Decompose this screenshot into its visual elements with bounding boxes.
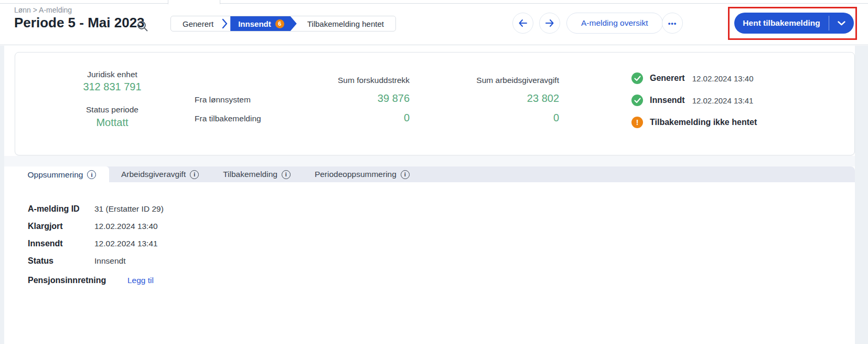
column-header-arbeidsgiveravgift: Sum arbeidsgiveravgift: [443, 76, 559, 85]
info-icon[interactable]: [282, 170, 291, 179]
event-generert-time: 12.02.2024 13:40: [692, 74, 754, 83]
step-tilbakemelding-hentet[interactable]: Tilbakemelding hentet: [297, 16, 395, 31]
detail-row-status: Status Innsendt: [28, 256, 855, 266]
check-icon: [631, 95, 643, 106]
next-period-button[interactable]: [539, 13, 560, 34]
tab-tilbakemelding[interactable]: Tilbakemelding: [211, 166, 303, 182]
detail-label: A-melding ID: [28, 204, 94, 214]
period-status-label: Status periode: [44, 105, 180, 114]
period-summary-card: Juridisk enhet 312 831 791 Status period…: [15, 52, 855, 155]
period-status-value: Mottatt: [44, 117, 180, 129]
legal-entity-label: Juridisk enhet: [44, 70, 180, 79]
detail-row-pensjonsinnretning: Pensjonsinnretning Legg til: [28, 275, 855, 286]
tab-oppsummering-label: Oppsummering: [28, 170, 83, 180]
amelding-overview-button[interactable]: A-melding oversikt: [566, 13, 663, 34]
detail-value: 31 (Erstatter ID 29): [94, 204, 164, 214]
tab-arbeidsgiveravgift-label: Arbeidsgiveravgift: [121, 170, 186, 179]
detail-label: Status: [28, 256, 94, 266]
detail-value: 12.02.2024 13:41: [94, 239, 158, 248]
event-innsendt: Innsendt 12.02.2024 13:41: [631, 94, 753, 107]
forskuddstrekk-lonnsystem-value: 39 876: [293, 92, 410, 105]
ellipsis-icon: •••: [668, 19, 677, 27]
left-gutter: [0, 46, 4, 344]
info-icon[interactable]: [87, 170, 96, 179]
top-tab-edge: [0, 0, 868, 4]
event-innsendt-label: Innsendt: [650, 96, 685, 105]
detail-value: Innsendt: [94, 256, 125, 266]
detail-label: Klargjort: [28, 222, 94, 231]
tab-tilbakemelding-label: Tilbakemelding: [223, 170, 277, 179]
detail-row-klargjort: Klargjort 12.02.2024 13:40: [28, 221, 855, 232]
arrow-right-icon: [544, 17, 555, 29]
event-generert: Generert 12.02.2024 13:40: [631, 72, 753, 85]
chevron-right-icon: [222, 16, 230, 31]
search-icon[interactable]: [136, 20, 149, 33]
detail-value: 12.02.2024 13:40: [94, 222, 158, 231]
step-tilbakemelding-label: Tilbakemelding hentet: [307, 19, 384, 28]
breadcrumb: Lønn > A-melding: [14, 6, 72, 14]
column-header-forskuddstrekk: Sum forskuddstrekk: [293, 76, 410, 85]
oppsummering-panel: A-melding ID 31 (Erstatter ID 29) Klargj…: [15, 182, 855, 344]
step-innsendt-badge: 6: [275, 19, 284, 28]
event-innsendt-time: 12.02.2024 13:41: [692, 96, 754, 105]
hent-tilbakemelding-label[interactable]: Hent tilbakemelding: [734, 13, 829, 34]
tab-periodeoppsummering[interactable]: Periodeoppsummering: [303, 166, 422, 182]
legg-til-link[interactable]: Legg til: [127, 276, 154, 285]
tab-oppsummering[interactable]: Oppsummering: [15, 166, 109, 183]
arrow-left-icon: [517, 17, 529, 29]
top-tab-notch: [168, 0, 220, 4]
event-generert-label: Generert: [650, 74, 685, 83]
detail-label: Innsendt: [28, 239, 94, 248]
event-tilbakemelding-label: Tilbakemelding ikke hentet: [650, 118, 757, 127]
step-innsendt-label: Innsendt: [238, 19, 271, 28]
row-label-tilbakemelding: Fra tilbakemelding: [195, 114, 261, 123]
tab-arbeidsgiveravgift[interactable]: Arbeidsgiveravgift: [109, 166, 211, 182]
detail-label: Pensjonsinnretning: [28, 276, 127, 285]
more-actions-button[interactable]: •••: [662, 13, 683, 34]
step-generert-label: Generert: [183, 19, 213, 28]
detail-row-amelding-id: A-melding ID 31 (Erstatter ID 29): [28, 204, 855, 214]
tab-periodeoppsummering-label: Periodeoppsummering: [315, 170, 397, 179]
hent-tilbakemelding-dropdown[interactable]: [829, 13, 854, 34]
card-gap-band: [4, 156, 855, 166]
row-label-lonnsystem: Fra lønnsystem: [195, 95, 251, 105]
amelding-overview-label: A-melding oversikt: [581, 18, 648, 28]
forskuddstrekk-tilbakemelding-value: 0: [293, 112, 410, 124]
check-icon: [631, 72, 643, 84]
legal-entity-value: 312 831 791: [44, 81, 180, 93]
previous-period-button[interactable]: [512, 13, 533, 34]
arbeidsgiveravgift-lonnsystem-value: 23 802: [443, 92, 559, 105]
page-title: Periode 5 - Mai 2023: [14, 15, 145, 31]
warning-icon: !: [631, 117, 643, 128]
event-tilbakemelding-ikke-hentet: ! Tilbakemelding ikke hentet: [631, 116, 757, 129]
info-icon[interactable]: [190, 170, 199, 179]
hent-tilbakemelding-button[interactable]: Hent tilbakemelding: [734, 13, 854, 34]
detail-row-innsendt: Innsendt 12.02.2024 13:41: [28, 238, 855, 249]
page-header: Lønn > A-melding Periode 5 - Mai 2023 Ge…: [0, 0, 868, 45]
chevron-down-icon: [838, 21, 845, 26]
step-innsendt[interactable]: Innsendt 6: [230, 16, 297, 31]
right-gutter: [855, 46, 868, 344]
info-icon[interactable]: [401, 170, 410, 179]
arbeidsgiveravgift-tilbakemelding-value: 0: [443, 112, 559, 124]
status-stepper: Generert Innsendt 6 Tilbakemelding hente…: [170, 16, 396, 32]
step-generert[interactable]: Generert: [171, 16, 222, 31]
tab-bar: Oppsummering Arbeidsgiveravgift Tilbakem…: [15, 166, 855, 182]
